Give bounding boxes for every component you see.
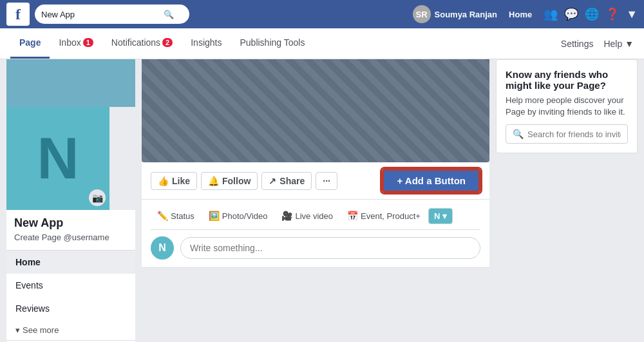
tab-live-video[interactable]: 🎥 Live video [275,207,339,224]
friend-search-input[interactable] [527,129,621,139]
left-sidebar: N 📷 New App Create Page @username Home E… [6,59,135,342]
sidebar-item-events[interactable]: Events [6,274,135,297]
share-icon: ↗ [269,176,276,186]
facebook-logo: f [6,3,30,26]
add-a-button[interactable]: + Add a Button [382,169,480,193]
composer-selector[interactable]: N ▾ [428,208,453,224]
composer-input-row: N [151,236,480,260]
tab-status[interactable]: ✏️ Status [151,207,201,224]
tab-page[interactable]: Page [10,28,50,59]
top-navigation: f 🔍 SR Soumya Ranjan Home 👥 💬 🌐 ❓ ▼ [0,0,644,28]
sidebar-item-home[interactable]: Home [6,251,135,274]
messenger-icon[interactable]: 💬 [564,7,578,21]
more-button[interactable]: ··· [316,172,337,190]
search-input[interactable] [41,10,164,19]
profile-section: New App Create Page @username [6,210,135,250]
composer-text-input[interactable] [180,237,480,259]
user-info: SR Soumya Ranjan [413,5,498,23]
composer-avatar-letter: N [434,211,440,221]
search-icon: 🔍 [164,10,174,19]
follow-icon: 🔔 [208,176,219,186]
friends-icon[interactable]: 👥 [544,7,558,21]
page-navigation: Page Inbox 1 Notifications 2 Insights Pu… [0,28,644,59]
tab-notifications[interactable]: Notifications 2 [102,28,182,59]
search-bar[interactable]: 🔍 [35,5,189,24]
page-name: New App [6,210,135,233]
page-username: Create Page @username [6,233,135,250]
live-video-icon: 🎥 [281,211,292,221]
cover-profile-wrapper: N 📷 [6,59,135,210]
sidebar-item-reviews[interactable]: Reviews [6,297,135,320]
page-nav-tabs: Page Inbox 1 Notifications 2 Insights Pu… [10,28,561,59]
tab-insights[interactable]: Insights [182,28,231,59]
user-name: Soumya Ranjan [435,10,498,19]
friend-search-icon: 🔍 [513,129,524,139]
page-nav-right: Settings Help ▼ [561,39,634,49]
home-link[interactable]: Home [504,10,537,19]
post-composer: ✏️ Status 🖼️ Photo/Video 🎥 Live video 📅 … [142,200,489,268]
invite-friends-description: Help more people discover your Page by i… [506,95,628,118]
fb-logo-letter: f [15,6,21,23]
friend-search-bar[interactable]: 🔍 [506,124,628,144]
tab-event-product[interactable]: 📅 Event, Product+ [341,207,427,224]
page-content: N 📷 New App Create Page @username Home E… [6,59,638,342]
camera-icon[interactable]: 📷 [89,189,106,206]
invite-friends-title: Know any friends who might like your Pag… [506,69,628,91]
follow-button[interactable]: 🔔 Follow [201,172,258,190]
globe-icon[interactable]: 🌐 [585,7,599,21]
composer-avatar: N [151,236,174,260]
avatar: SR [413,5,431,23]
share-button[interactable]: ↗ Share [261,172,312,190]
center-content: 👍 Like 🔔 Follow ↗ Share ··· + Add a Butt… [135,59,496,342]
cover-photo-pattern [142,59,489,162]
tab-publishing-tools[interactable]: Publishing Tools [231,28,314,59]
tab-photo-video[interactable]: 🖼️ Photo/Video [202,207,274,224]
settings-link[interactable]: Settings [561,39,594,49]
like-button[interactable]: 👍 Like [151,172,197,190]
profile-picture: N 📷 [6,107,109,210]
inbox-badge: 1 [83,38,93,47]
see-more-button[interactable]: ▾ See more [6,320,135,340]
sidebar-navigation: Home Events Reviews ▾ See more [6,250,135,340]
photo-icon: 🖼️ [209,211,220,221]
notifications-badge: 2 [162,38,173,47]
action-bar: 👍 Like 🔔 Follow ↗ Share ··· + Add a Butt… [142,162,489,200]
cover-photo [6,59,135,107]
profile-letter: N [37,126,79,192]
invite-friends-card: Know any friends who might like your Pag… [496,59,638,153]
right-panel: Know any friends who might like your Pag… [496,59,638,342]
composer-tabs: ✏️ Status 🖼️ Photo/Video 🎥 Live video 📅 … [151,207,480,230]
status-icon: ✏️ [157,211,168,221]
action-buttons-left: 👍 Like 🔔 Follow ↗ Share ··· [151,172,337,190]
help-link[interactable]: Help ▼ [603,39,634,49]
tab-inbox[interactable]: Inbox 1 [50,28,102,59]
like-icon: 👍 [158,176,169,186]
event-icon: 📅 [347,211,358,221]
nav-dropdown-icon[interactable]: ▼ [626,8,638,21]
chevron-down-icon: ▾ [15,325,20,335]
cover-photo-main [142,59,489,162]
help-icon[interactable]: ❓ [605,7,620,21]
composer-dropdown-icon: ▾ [442,211,447,221]
